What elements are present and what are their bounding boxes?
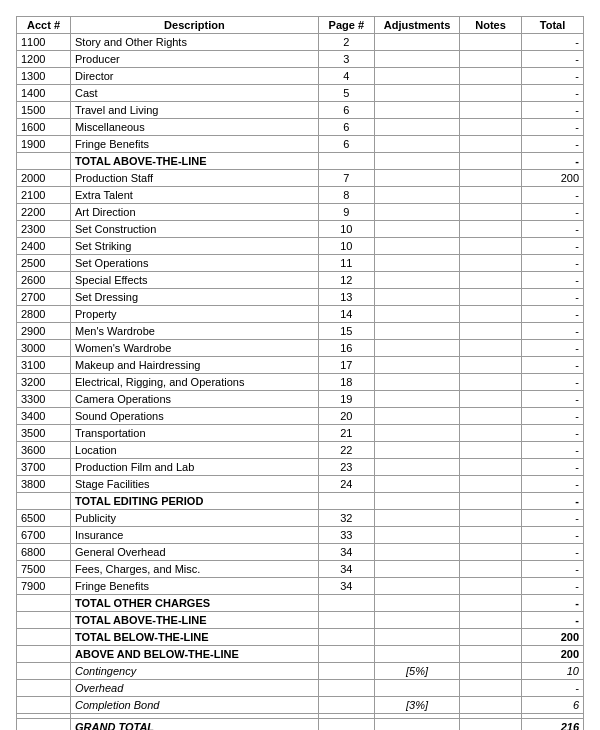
- header-adj: Adjustments: [374, 17, 459, 34]
- cell-notes: [460, 51, 522, 68]
- cell-total: -: [522, 408, 584, 425]
- cell-total: -: [522, 221, 584, 238]
- cell-total: 200: [522, 646, 584, 663]
- cell-desc: Women's Wardrobe: [71, 340, 319, 357]
- cell-total: -: [522, 272, 584, 289]
- cell-notes: [460, 238, 522, 255]
- cell-page: 6: [318, 136, 374, 153]
- cell-desc: Fringe Benefits: [71, 136, 319, 153]
- cell-notes: [460, 136, 522, 153]
- cell-notes: [460, 272, 522, 289]
- cell-desc: TOTAL ABOVE-THE-LINE: [71, 153, 319, 170]
- cell-adj: [374, 340, 459, 357]
- cell-total: -: [522, 476, 584, 493]
- header-page: Page #: [318, 17, 374, 34]
- cell-adj: [5%]: [374, 663, 459, 680]
- cell-acct: [17, 629, 71, 646]
- cell-desc: Set Construction: [71, 221, 319, 238]
- cell-total: -: [522, 544, 584, 561]
- cell-adj: [374, 646, 459, 663]
- cell-total: -: [522, 323, 584, 340]
- cell-adj: [374, 289, 459, 306]
- cell-page: 13: [318, 289, 374, 306]
- cell-adj: [374, 85, 459, 102]
- table-row: 1900Fringe Benefits6-: [17, 136, 584, 153]
- table-row: 2000Production Staff7200: [17, 170, 584, 187]
- cell-acct: 1300: [17, 68, 71, 85]
- cell-notes: [460, 663, 522, 680]
- cell-acct: [17, 595, 71, 612]
- table-row: 3300Camera Operations19-: [17, 391, 584, 408]
- cell-adj: [374, 323, 459, 340]
- cell-acct: 3500: [17, 425, 71, 442]
- cell-adj: [374, 476, 459, 493]
- cell-total: -: [522, 442, 584, 459]
- cell-acct: 6700: [17, 527, 71, 544]
- cell-total: -: [522, 204, 584, 221]
- cell-acct: 7500: [17, 561, 71, 578]
- table-row: GRAND TOTAL216: [17, 719, 584, 731]
- table-row: TOTAL ABOVE-THE-LINE-: [17, 612, 584, 629]
- cell-acct: 2000: [17, 170, 71, 187]
- cell-total: 216: [522, 719, 584, 731]
- table-row: 1100Story and Other Rights2-: [17, 34, 584, 51]
- cell-notes: [460, 510, 522, 527]
- table-row: TOTAL ABOVE-THE-LINE-: [17, 153, 584, 170]
- header-desc: Description: [71, 17, 319, 34]
- cell-notes: [460, 391, 522, 408]
- cell-total: -: [522, 34, 584, 51]
- cell-acct: 6800: [17, 544, 71, 561]
- table-row: TOTAL BELOW-THE-LINE200: [17, 629, 584, 646]
- cell-total: -: [522, 340, 584, 357]
- table-row: 3000Women's Wardrobe16-: [17, 340, 584, 357]
- cell-notes: [460, 561, 522, 578]
- cell-notes: [460, 697, 522, 714]
- cell-desc: Cast: [71, 85, 319, 102]
- cell-page: 12: [318, 272, 374, 289]
- cell-adj: [374, 374, 459, 391]
- table-row: Contingency[5%]10: [17, 663, 584, 680]
- cell-acct: 3600: [17, 442, 71, 459]
- cell-page: [318, 697, 374, 714]
- cell-page: [318, 595, 374, 612]
- cell-desc: GRAND TOTAL: [71, 719, 319, 731]
- cell-acct: 2800: [17, 306, 71, 323]
- cell-page: 33: [318, 527, 374, 544]
- cell-adj: [374, 102, 459, 119]
- cell-adj: [374, 51, 459, 68]
- cell-desc: ABOVE AND BELOW-THE-LINE: [71, 646, 319, 663]
- cell-desc: Set Dressing: [71, 289, 319, 306]
- header-row: Acct # Description Page # Adjustments No…: [17, 17, 584, 34]
- cell-page: 19: [318, 391, 374, 408]
- cell-desc: Miscellaneous: [71, 119, 319, 136]
- table-row: 6700Insurance33-: [17, 527, 584, 544]
- cell-total: -: [522, 527, 584, 544]
- table-row: 2200Art Direction9-: [17, 204, 584, 221]
- cell-notes: [460, 646, 522, 663]
- cell-desc: Director: [71, 68, 319, 85]
- table-row: 3100Makeup and Hairdressing17-: [17, 357, 584, 374]
- cell-desc: Transportation: [71, 425, 319, 442]
- cell-notes: [460, 289, 522, 306]
- cell-page: 34: [318, 561, 374, 578]
- cell-page: 8: [318, 187, 374, 204]
- table-row: Completion Bond[3%]6: [17, 697, 584, 714]
- cell-notes: [460, 493, 522, 510]
- cell-adj: [374, 595, 459, 612]
- cell-page: [318, 719, 374, 731]
- cell-page: 32: [318, 510, 374, 527]
- cell-total: -: [522, 255, 584, 272]
- cell-total: -: [522, 391, 584, 408]
- cell-notes: [460, 255, 522, 272]
- cell-adj: [374, 544, 459, 561]
- cell-page: 4: [318, 68, 374, 85]
- table-row: 6500Publicity32-: [17, 510, 584, 527]
- cell-total: -: [522, 561, 584, 578]
- cell-total: -: [522, 425, 584, 442]
- cell-page: 5: [318, 85, 374, 102]
- cell-notes: [460, 34, 522, 51]
- cell-page: 7: [318, 170, 374, 187]
- table-row: 3500Transportation21-: [17, 425, 584, 442]
- cell-adj: [374, 629, 459, 646]
- cell-total: -: [522, 289, 584, 306]
